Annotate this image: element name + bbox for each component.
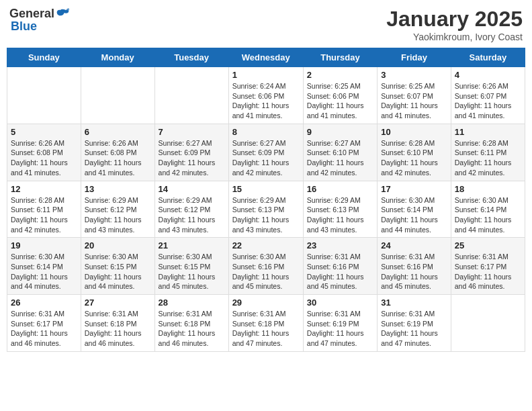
day-number: 12 [11, 184, 77, 194]
logo-bird-icon [56, 7, 69, 20]
calendar-week-row: 26Sunrise: 6:31 AM Sunset: 6:17 PM Dayli… [7, 295, 525, 352]
day-info: Sunrise: 6:25 AM Sunset: 6:07 PM Dayligh… [381, 81, 447, 121]
day-info: Sunrise: 6:28 AM Sunset: 6:10 PM Dayligh… [381, 138, 447, 178]
day-number: 9 [307, 127, 373, 137]
day-number: 30 [307, 298, 373, 308]
calendar-cell: 31Sunrise: 6:31 AM Sunset: 6:19 PM Dayli… [378, 295, 451, 352]
calendar-header-row: SundayMondayTuesdayWednesdayThursdayFrid… [7, 48, 525, 67]
calendar-cell: 18Sunrise: 6:30 AM Sunset: 6:14 PM Dayli… [451, 181, 525, 238]
day-number: 7 [159, 127, 225, 137]
calendar-cell: 8Sunrise: 6:27 AM Sunset: 6:09 PM Daylig… [228, 124, 303, 181]
calendar-cell [154, 67, 228, 124]
weekday-header-thursday: Thursday [303, 48, 377, 67]
day-info: Sunrise: 6:31 AM Sunset: 6:17 PM Dayligh… [11, 309, 77, 349]
calendar-cell: 12Sunrise: 6:28 AM Sunset: 6:11 PM Dayli… [7, 181, 81, 238]
day-info: Sunrise: 6:26 AM Sunset: 6:07 PM Dayligh… [455, 81, 521, 121]
day-number: 10 [381, 127, 447, 137]
calendar-cell: 3Sunrise: 6:25 AM Sunset: 6:07 PM Daylig… [378, 67, 451, 124]
subtitle: Yaokimkroum, Ivory Coast [386, 32, 523, 42]
day-number: 15 [232, 184, 300, 194]
calendar-cell: 14Sunrise: 6:29 AM Sunset: 6:12 PM Dayli… [154, 181, 228, 238]
day-info: Sunrise: 6:30 AM Sunset: 6:16 PM Dayligh… [232, 252, 300, 291]
calendar-cell: 23Sunrise: 6:31 AM Sunset: 6:16 PM Dayli… [303, 238, 377, 295]
day-info: Sunrise: 6:28 AM Sunset: 6:11 PM Dayligh… [455, 138, 521, 178]
calendar-week-row: 1Sunrise: 6:24 AM Sunset: 6:06 PM Daylig… [7, 67, 525, 124]
day-info: Sunrise: 6:31 AM Sunset: 6:16 PM Dayligh… [307, 252, 373, 291]
calendar-cell: 28Sunrise: 6:31 AM Sunset: 6:18 PM Dayli… [154, 295, 228, 352]
day-info: Sunrise: 6:24 AM Sunset: 6:06 PM Dayligh… [232, 81, 300, 121]
calendar-cell: 22Sunrise: 6:30 AM Sunset: 6:16 PM Dayli… [228, 238, 303, 295]
day-number: 2 [307, 70, 373, 80]
calendar-cell: 15Sunrise: 6:29 AM Sunset: 6:13 PM Dayli… [228, 181, 303, 238]
day-info: Sunrise: 6:31 AM Sunset: 6:18 PM Dayligh… [159, 309, 225, 349]
weekday-header-monday: Monday [81, 48, 154, 67]
logo-general: General [9, 7, 54, 19]
day-info: Sunrise: 6:29 AM Sunset: 6:12 PM Dayligh… [159, 195, 225, 235]
day-number: 4 [455, 70, 521, 80]
day-number: 16 [307, 184, 373, 194]
logo: General Blue [9, 7, 69, 32]
day-info: Sunrise: 6:31 AM Sunset: 6:16 PM Dayligh… [381, 252, 447, 291]
day-number: 29 [232, 298, 300, 308]
calendar-week-row: 12Sunrise: 6:28 AM Sunset: 6:11 PM Dayli… [7, 181, 525, 238]
day-number: 20 [85, 240, 151, 250]
day-info: Sunrise: 6:31 AM Sunset: 6:18 PM Dayligh… [232, 309, 300, 349]
calendar-cell: 9Sunrise: 6:27 AM Sunset: 6:10 PM Daylig… [303, 124, 377, 181]
calendar-cell: 27Sunrise: 6:31 AM Sunset: 6:18 PM Dayli… [81, 295, 154, 352]
day-info: Sunrise: 6:30 AM Sunset: 6:14 PM Dayligh… [455, 195, 521, 235]
day-number: 6 [85, 127, 151, 137]
calendar-cell: 16Sunrise: 6:29 AM Sunset: 6:13 PM Dayli… [303, 181, 377, 238]
logo-blue: Blue [11, 20, 37, 32]
calendar-cell: 5Sunrise: 6:26 AM Sunset: 6:08 PM Daylig… [7, 124, 81, 181]
calendar-cell: 6Sunrise: 6:26 AM Sunset: 6:08 PM Daylig… [81, 124, 154, 181]
day-number: 25 [455, 240, 521, 250]
calendar-cell: 26Sunrise: 6:31 AM Sunset: 6:17 PM Dayli… [7, 295, 81, 352]
day-info: Sunrise: 6:25 AM Sunset: 6:06 PM Dayligh… [307, 81, 373, 121]
calendar-cell: 21Sunrise: 6:30 AM Sunset: 6:15 PM Dayli… [154, 238, 228, 295]
calendar-cell [451, 295, 525, 352]
day-number: 14 [159, 184, 225, 194]
calendar-cell: 17Sunrise: 6:30 AM Sunset: 6:14 PM Dayli… [378, 181, 451, 238]
day-number: 17 [381, 184, 447, 194]
day-info: Sunrise: 6:30 AM Sunset: 6:14 PM Dayligh… [11, 252, 77, 291]
day-info: Sunrise: 6:30 AM Sunset: 6:15 PM Dayligh… [85, 252, 151, 291]
day-number: 1 [232, 70, 300, 80]
main-title: January 2025 [386, 7, 523, 32]
calendar-table: SundayMondayTuesdayWednesdayThursdayFrid… [7, 48, 525, 352]
calendar-cell: 30Sunrise: 6:31 AM Sunset: 6:19 PM Dayli… [303, 295, 377, 352]
calendar-cell: 10Sunrise: 6:28 AM Sunset: 6:10 PM Dayli… [378, 124, 451, 181]
day-info: Sunrise: 6:27 AM Sunset: 6:09 PM Dayligh… [232, 138, 300, 178]
calendar-cell [81, 67, 154, 124]
calendar-cell [7, 67, 81, 124]
day-number: 21 [159, 240, 225, 250]
day-info: Sunrise: 6:31 AM Sunset: 6:18 PM Dayligh… [85, 309, 151, 349]
day-info: Sunrise: 6:27 AM Sunset: 6:10 PM Dayligh… [307, 138, 373, 178]
calendar-cell: 1Sunrise: 6:24 AM Sunset: 6:06 PM Daylig… [228, 67, 303, 124]
day-number: 18 [455, 184, 521, 194]
weekday-header-tuesday: Tuesday [154, 48, 228, 67]
calendar-cell: 19Sunrise: 6:30 AM Sunset: 6:14 PM Dayli… [7, 238, 81, 295]
day-info: Sunrise: 6:28 AM Sunset: 6:11 PM Dayligh… [11, 195, 77, 235]
day-number: 26 [11, 298, 77, 308]
day-number: 5 [11, 127, 77, 137]
day-info: Sunrise: 6:29 AM Sunset: 6:13 PM Dayligh… [307, 195, 373, 235]
calendar-week-row: 19Sunrise: 6:30 AM Sunset: 6:14 PM Dayli… [7, 238, 525, 295]
day-info: Sunrise: 6:29 AM Sunset: 6:13 PM Dayligh… [232, 195, 300, 235]
calendar-week-row: 5Sunrise: 6:26 AM Sunset: 6:08 PM Daylig… [7, 124, 525, 181]
day-number: 31 [381, 298, 447, 308]
day-info: Sunrise: 6:26 AM Sunset: 6:08 PM Dayligh… [85, 138, 151, 178]
calendar-cell: 2Sunrise: 6:25 AM Sunset: 6:06 PM Daylig… [303, 67, 377, 124]
day-number: 28 [159, 298, 225, 308]
calendar-cell: 25Sunrise: 6:31 AM Sunset: 6:17 PM Dayli… [451, 238, 525, 295]
day-number: 27 [85, 298, 151, 308]
calendar-cell: 24Sunrise: 6:31 AM Sunset: 6:16 PM Dayli… [378, 238, 451, 295]
day-number: 13 [85, 184, 151, 194]
day-number: 19 [11, 240, 77, 250]
weekday-header-saturday: Saturday [451, 48, 525, 67]
day-number: 23 [307, 240, 373, 250]
weekday-header-wednesday: Wednesday [228, 48, 303, 67]
calendar-cell: 20Sunrise: 6:30 AM Sunset: 6:15 PM Dayli… [81, 238, 154, 295]
calendar-cell: 7Sunrise: 6:27 AM Sunset: 6:09 PM Daylig… [154, 124, 228, 181]
day-info: Sunrise: 6:29 AM Sunset: 6:12 PM Dayligh… [85, 195, 151, 235]
calendar-cell: 11Sunrise: 6:28 AM Sunset: 6:11 PM Dayli… [451, 124, 525, 181]
